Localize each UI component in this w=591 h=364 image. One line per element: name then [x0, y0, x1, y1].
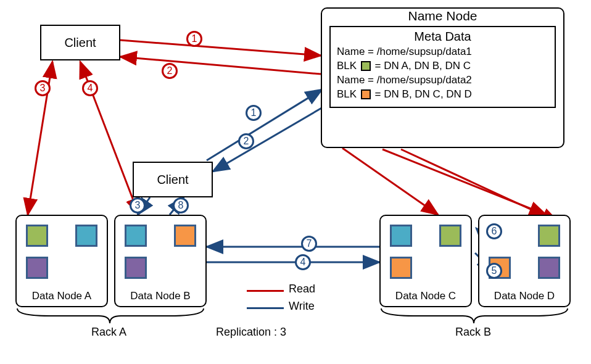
meta-name1-value: /home/supsup/data1 [377, 46, 472, 57]
meta-blk2-label: BLK [337, 88, 357, 100]
meta-name2-value: /home/supsup/data2 [377, 74, 472, 86]
block-teal-icon [75, 225, 97, 247]
write-step-3: 3 [130, 197, 146, 213]
data-node-d-label: Data Node D [479, 290, 569, 302]
client-2-box: Client [133, 162, 213, 197]
legend-read-line [247, 290, 284, 292]
block-green-icon [439, 225, 461, 247]
data-node-c-box: Data Node C [379, 215, 472, 307]
block-orange-icon [361, 89, 371, 99]
legend-write-line [247, 307, 284, 309]
write-step-1: 1 [246, 105, 262, 121]
meta-blk1-label: BLK [337, 60, 357, 72]
block-teal-icon [390, 225, 412, 247]
write-step-4: 4 [295, 254, 311, 270]
block-purple-icon [26, 257, 48, 279]
block-orange-icon [174, 225, 196, 247]
read-step-3: 3 [35, 80, 51, 96]
data-node-b-box: Data Node B [114, 215, 207, 307]
write-step-6: 6 [486, 223, 502, 239]
meta-line-3: Name = /home/supsup/data2 [337, 73, 548, 88]
meta-line-1: Name = /home/supsup/data1 [337, 45, 548, 59]
name-node-box: Name Node Meta Data Name = /home/supsup/… [321, 7, 564, 148]
block-purple-icon [125, 257, 147, 279]
svg-line-0 [120, 40, 321, 56]
meta-line-2: BLK = DN A, DN B, DN C [337, 59, 548, 73]
rack-a-label: Rack A [91, 326, 126, 339]
block-green-icon [26, 225, 48, 247]
write-step-8: 8 [173, 197, 189, 213]
svg-line-4 [342, 148, 438, 215]
data-node-b-label: Data Node B [115, 290, 205, 302]
meta-blk2-value: = DN B, DN C, DN D [375, 88, 472, 100]
svg-line-1 [120, 57, 321, 74]
block-green-icon [538, 225, 560, 247]
meta-name2-label: Name = [337, 74, 377, 86]
name-node-title: Name Node [322, 9, 563, 23]
replication-label: Replication : 3 [216, 326, 286, 339]
read-step-4: 4 [82, 80, 98, 96]
meta-data-title: Meta Data [337, 30, 548, 44]
read-step-2: 2 [162, 63, 178, 79]
meta-blk1-value: = DN A, DN B, DN C [375, 60, 471, 72]
client-1-box: Client [40, 25, 120, 60]
svg-line-8 [213, 105, 327, 172]
write-step-7: 7 [301, 236, 317, 252]
write-step-2: 2 [238, 133, 254, 149]
meta-data-box: Meta Data Name = /home/supsup/data1 BLK … [329, 26, 556, 108]
write-step-5: 5 [486, 263, 502, 279]
meta-name1-label: Name = [337, 46, 377, 57]
block-green-icon [361, 61, 371, 71]
client-1-label: Client [64, 36, 96, 50]
meta-line-4: BLK = DN B, DN C, DN D [337, 88, 548, 102]
client-2-label: Client [157, 173, 188, 187]
data-node-a-box: Data Node A [15, 215, 108, 307]
data-node-c-label: Data Node C [381, 290, 471, 302]
block-purple-icon [538, 257, 560, 279]
block-orange-icon [390, 257, 412, 279]
legend-write-label: Write [289, 300, 315, 313]
block-teal-icon [125, 225, 147, 247]
legend-read-label: Read [289, 283, 315, 296]
svg-line-6 [401, 149, 558, 222]
read-step-1: 1 [186, 31, 202, 47]
data-node-a-label: Data Node A [17, 290, 107, 302]
svg-line-7 [207, 89, 322, 160]
rack-b-label: Rack B [455, 326, 491, 339]
svg-line-5 [382, 149, 546, 215]
